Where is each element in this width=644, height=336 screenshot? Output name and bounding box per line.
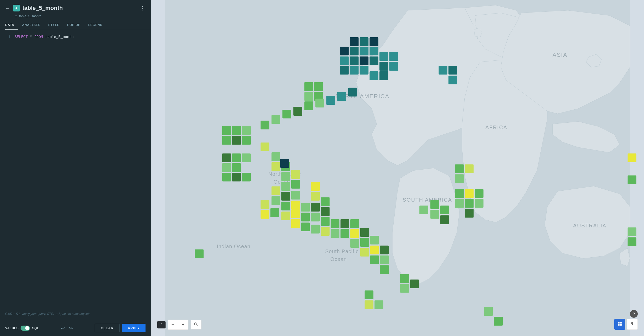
nav-buttons: ↩ ↪: [60, 325, 74, 332]
subtitle-text: table_5_month: [19, 14, 41, 18]
zoom-in-button[interactable]: +: [178, 320, 188, 329]
tab-analyses[interactable]: ANALYSES: [22, 21, 44, 30]
subtitle-row: ⊙ table_5_month: [0, 14, 151, 21]
redo-button[interactable]: ↪: [68, 325, 74, 332]
apply-button[interactable]: APPLY: [122, 324, 146, 332]
subtitle-icon: ⊙: [15, 14, 17, 18]
pin-view-button[interactable]: [627, 319, 638, 330]
svg-rect-143: [620, 324, 622, 326]
toggle-switch[interactable]: [21, 326, 30, 331]
line-number: 1: [5, 34, 10, 40]
svg-text:Ocean: Ocean: [330, 256, 347, 262]
svg-text:AUSTRALIA: AUSTRALIA: [573, 223, 607, 228]
hint-text: CMD + S to apply your query. CTRL + Spac…: [0, 312, 151, 320]
map-controls-bottom: 2 − +: [157, 320, 201, 330]
tab-legend[interactable]: LEGEND: [88, 21, 106, 30]
svg-point-144: [632, 323, 633, 323]
left-panel: ← A table_5_month ⋮ ⊙ table_5_month DATA…: [0, 0, 151, 336]
tab-style[interactable]: STYLE: [48, 21, 63, 30]
map-controls-right: [614, 319, 638, 330]
code-table-name: table_5_month: [45, 35, 74, 39]
svg-text:South Pacific: South Pacific: [325, 248, 359, 254]
bottom-bar: VALUES SQL ↩ ↪ CLEAR APPLY: [0, 320, 151, 336]
svg-text:North Pacific: North Pacific: [268, 171, 301, 177]
zoom-controls: − +: [168, 320, 188, 330]
values-label: VALUES: [5, 326, 18, 330]
zoom-out-button[interactable]: −: [168, 320, 178, 329]
svg-text:Indian Ocean: Indian Ocean: [217, 244, 250, 249]
svg-text:Ocean: Ocean: [274, 179, 290, 185]
header-left: ← A table_5_month: [5, 5, 63, 11]
svg-point-138: [194, 323, 197, 325]
svg-text:ASIA: ASIA: [552, 52, 567, 58]
svg-text:AFRICA: AFRICA: [485, 125, 507, 130]
svg-rect-140: [618, 322, 620, 323]
search-map-button[interactable]: [191, 320, 201, 329]
svg-text:NORTH AMERICA: NORTH AMERICA: [336, 93, 389, 99]
undo-button[interactable]: ↩: [60, 325, 66, 332]
app-icon: A: [13, 5, 20, 11]
grid-icon: [618, 322, 622, 326]
zoom-level-badge: 2: [157, 321, 166, 328]
world-map-svg: NORTH AMERICA SOUTH AMERICA AFRICA ASIA …: [151, 0, 644, 336]
more-button[interactable]: ⋮: [140, 5, 146, 11]
page-title: table_5_month: [22, 5, 63, 11]
svg-text:SOUTH AMERICA: SOUTH AMERICA: [403, 197, 452, 203]
values-toggle-group: VALUES SQL: [5, 326, 39, 331]
header: ← A table_5_month ⋮: [0, 0, 151, 14]
svg-rect-142: [618, 324, 620, 326]
clear-button[interactable]: CLEAR: [95, 324, 119, 332]
action-buttons: CLEAR APPLY: [95, 324, 146, 332]
back-button[interactable]: ←: [5, 5, 10, 11]
map-panel[interactable]: NORTH AMERICA SOUTH AMERICA AFRICA ASIA …: [151, 0, 644, 336]
svg-rect-141: [620, 322, 622, 323]
pin-icon: [630, 322, 634, 326]
code-from-keyword: FROM: [34, 35, 43, 39]
code-select-keyword: SELECT: [15, 35, 28, 39]
tab-popup[interactable]: POP-UP: [67, 21, 84, 30]
svg-line-139: [197, 325, 198, 326]
tab-data[interactable]: DATA: [5, 21, 18, 30]
sql-label: SQL: [32, 326, 39, 330]
search-icon: [194, 322, 198, 326]
code-editor[interactable]: 1 SELECT * FROM table_5_month: [0, 30, 151, 312]
code-star: *: [30, 35, 34, 39]
code-line-1: 1 SELECT * FROM table_5_month: [5, 34, 146, 40]
grid-view-button[interactable]: [614, 319, 625, 330]
tabs: DATA ANALYSES STYLE POP-UP LEGEND: [0, 21, 151, 30]
help-button[interactable]: ?: [630, 310, 638, 318]
